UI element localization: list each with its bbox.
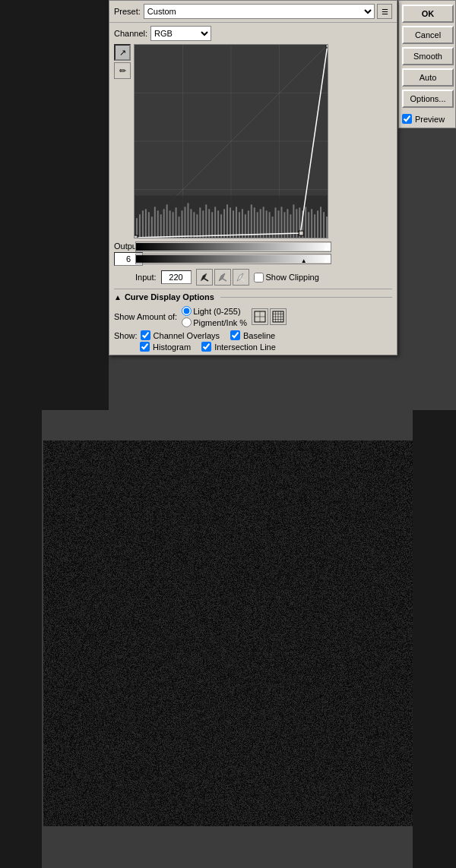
cancel-button[interactable]: Cancel [402, 26, 454, 44]
preset-label: Preset: [114, 7, 141, 16]
svg-rect-42 [236, 207, 237, 238]
svg-rect-72 [326, 216, 328, 238]
smooth-button[interactable]: Smooth [402, 47, 454, 65]
light-radio-label[interactable]: Light (0-255) [182, 306, 247, 316]
options-button[interactable]: Options... [402, 90, 454, 108]
svg-rect-9 [136, 218, 138, 238]
input-label: Input: [135, 273, 157, 282]
svg-rect-33 [208, 209, 210, 238]
show-amount-row: Show Amount of: Light (0-255) Pigment/In… [114, 306, 392, 327]
pencil-tool-btn[interactable]: ✏ [114, 62, 131, 79]
preset-row: Preset: Custom ☰ [109, 1, 397, 23]
output-slider-left[interactable]: ▲ [136, 245, 142, 252]
channel-select[interactable]: RGB Red Green Blue [150, 26, 211, 41]
curve-display-section: ▲ Curve Display Options Show Amount of: … [114, 289, 392, 352]
light-pigment-radios: Light (0-255) Pigment/Ink % [182, 306, 247, 327]
svg-rect-57 [280, 207, 282, 238]
svg-rect-23 [179, 216, 180, 238]
svg-rect-36 [217, 210, 219, 238]
output-label: Output: [114, 241, 132, 251]
white-eyedropper-btn[interactable] [233, 269, 249, 286]
input-slider-left[interactable]: ▲ [136, 257, 142, 264]
eyedropper-buttons [196, 269, 249, 286]
histogram-checkbox[interactable] [140, 342, 150, 352]
curve-display-header[interactable]: ▲ Curve Display Options [114, 292, 392, 301]
svg-rect-67 [311, 209, 312, 238]
image-canvas [43, 440, 413, 826]
svg-rect-25 [184, 207, 185, 238]
grid-buttons [252, 308, 287, 325]
svg-rect-17 [160, 214, 162, 238]
dialog-body: Channel: RGB Red Green Blue ↗ ✏ [109, 23, 397, 355]
intersection-line-checkbox[interactable] [201, 342, 211, 352]
input-slider-mid[interactable]: ▲ [301, 257, 307, 264]
svg-rect-14 [151, 216, 153, 238]
svg-rect-65 [305, 207, 306, 238]
svg-rect-11 [142, 210, 144, 238]
svg-rect-39 [226, 204, 228, 238]
preview-label: Preview [415, 115, 445, 124]
collapse-icon: ▲ [114, 293, 122, 301]
output-gradient [136, 243, 331, 251]
channel-overlays-checkbox[interactable] [141, 330, 150, 340]
input-row: Input: Show Clipping [135, 269, 392, 286]
gradient-section: ▲ ▲ ▲ ▲ ▲ [135, 241, 331, 264]
svg-line-78 [241, 279, 245, 281]
svg-rect-40 [230, 207, 231, 238]
light-radio[interactable] [182, 306, 192, 316]
baseline-checkbox[interactable] [230, 330, 240, 340]
show-clipping-wrap: Show Clipping [254, 273, 319, 282]
svg-line-77 [223, 279, 226, 281]
simple-grid-btn[interactable] [252, 308, 268, 325]
svg-rect-37 [220, 214, 222, 238]
pigment-radio-label[interactable]: Pigment/Ink % [182, 317, 247, 327]
input-value[interactable] [161, 270, 192, 284]
curve-canvas[interactable] [134, 44, 328, 238]
intersection-line-label: Intersection Line [214, 342, 276, 352]
top-left-bg [0, 0, 109, 410]
svg-rect-30 [199, 207, 201, 238]
svg-rect-74 [326, 45, 328, 48]
svg-rect-75 [135, 235, 138, 238]
svg-rect-31 [202, 210, 204, 238]
curve-tool-btn[interactable]: ↗ [114, 44, 131, 61]
preview-checkbox[interactable] [402, 114, 412, 124]
histogram-label: Histogram [153, 342, 191, 352]
svg-rect-55 [275, 207, 277, 238]
black-eyedropper-btn[interactable] [196, 269, 213, 286]
svg-rect-73 [299, 231, 303, 235]
pigment-radio[interactable] [182, 317, 192, 327]
detailed-grid-btn[interactable] [270, 308, 287, 325]
auto-button[interactable]: Auto [402, 68, 454, 87]
show-clipping-checkbox[interactable] [254, 273, 264, 282]
svg-rect-15 [154, 207, 156, 238]
bottom-dark-right [413, 410, 456, 868]
svg-rect-20 [169, 210, 171, 238]
input-slider-right[interactable]: ▲ [323, 257, 329, 264]
svg-rect-61 [293, 204, 294, 238]
show-row2: Histogram Intersection Line [140, 342, 392, 352]
svg-rect-24 [182, 210, 183, 238]
svg-line-76 [204, 279, 208, 281]
svg-rect-38 [223, 209, 225, 238]
svg-rect-71 [323, 212, 325, 238]
channel-overlays-label: Channel Overlays [154, 331, 220, 340]
svg-rect-10 [139, 214, 141, 238]
baseline-label: Baseline [243, 331, 275, 340]
svg-rect-12 [145, 209, 147, 238]
curve-grid-svg [135, 45, 328, 238]
show-clipping-label: Show Clipping [266, 273, 319, 282]
output-slider-right[interactable]: ▲ [323, 245, 329, 252]
gray-eyedropper-btn[interactable] [214, 269, 231, 286]
preset-select[interactable]: Custom [144, 4, 375, 19]
svg-rect-46 [248, 210, 249, 238]
curves-dialog: Preset: Custom ☰ Channel: RGB Red Green … [109, 0, 397, 355]
preview-row: Preview [402, 114, 452, 124]
svg-rect-21 [173, 212, 174, 238]
preset-menu-btn[interactable]: ☰ [377, 4, 392, 19]
svg-rect-13 [148, 212, 150, 238]
svg-rect-44 [242, 209, 243, 238]
pigment-label: Pigment/Ink % [193, 318, 247, 327]
ok-button[interactable]: OK [402, 5, 454, 23]
svg-rect-70 [320, 207, 321, 238]
